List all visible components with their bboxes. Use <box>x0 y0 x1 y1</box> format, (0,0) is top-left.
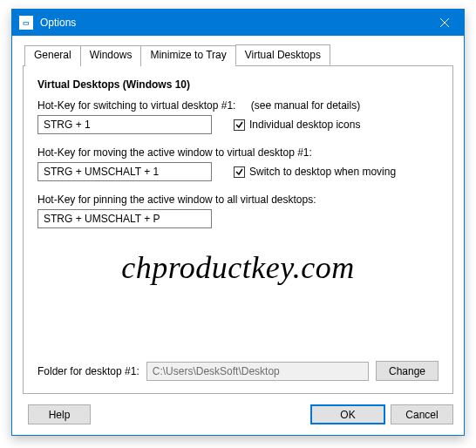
hotkey-switch-label-text: Hot-Key for switching to virtual desktop… <box>37 99 235 112</box>
hotkey-switch-input[interactable] <box>37 115 212 134</box>
window-title: Options <box>40 17 425 29</box>
tab-virtual-desktops[interactable]: Virtual Desktops <box>235 44 330 65</box>
tab-general[interactable]: General <box>24 45 81 66</box>
hotkey-switch-hint: (see manual for details) <box>251 99 360 112</box>
cancel-button[interactable]: Cancel <box>391 404 453 424</box>
folder-path-input <box>146 362 369 381</box>
hotkey-pin-label: Hot-Key for pinning the active window to… <box>37 193 439 206</box>
group-title: Virtual Desktops (Windows 10) <box>37 78 439 91</box>
close-button[interactable] <box>425 10 464 36</box>
switch-when-moving-checkbox[interactable]: Switch to desktop when moving <box>234 166 396 178</box>
close-icon <box>440 18 449 27</box>
options-dialog: ▭ Options General Windows Minimize to Tr… <box>11 9 465 436</box>
tab-minimize-to-tray[interactable]: Minimize to Tray <box>140 45 235 66</box>
folder-label: Folder for desktop #1: <box>37 365 139 377</box>
watermark-text: chproductkey.com <box>24 249 452 286</box>
help-button[interactable]: Help <box>28 404 91 424</box>
individual-icons-label: Individual desktop icons <box>249 119 360 131</box>
hotkey-move-input[interactable] <box>37 162 212 181</box>
hotkey-pin-input[interactable] <box>37 209 212 228</box>
titlebar: ▭ Options <box>12 10 464 36</box>
dialog-buttons: Help OK Cancel <box>23 394 453 424</box>
hotkey-switch-label: Hot-Key for switching to virtual desktop… <box>37 99 439 112</box>
change-button[interactable]: Change <box>376 361 439 381</box>
tab-panel-virtual-desktops: Virtual Desktops (Windows 10) Hot-Key fo… <box>23 65 453 394</box>
checkbox-icon <box>234 166 245 178</box>
switch-when-moving-label: Switch to desktop when moving <box>249 166 396 178</box>
app-icon: ▭ <box>19 16 33 30</box>
individual-icons-checkbox[interactable]: Individual desktop icons <box>234 119 360 131</box>
tab-strip: General Windows Minimize to Tray Virtual… <box>24 44 453 65</box>
checkbox-icon <box>234 119 245 131</box>
ok-button[interactable]: OK <box>310 404 385 424</box>
hotkey-move-label: Hot-Key for moving the active window to … <box>37 146 439 159</box>
tab-windows[interactable]: Windows <box>80 45 142 66</box>
client-area: General Windows Minimize to Tray Virtual… <box>12 36 464 435</box>
